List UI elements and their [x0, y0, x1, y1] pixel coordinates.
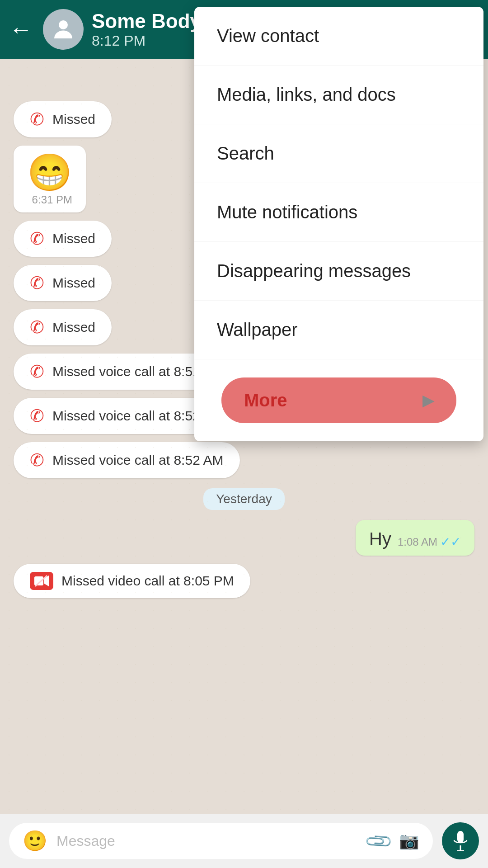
missed-call-text-2: Missed: [52, 231, 95, 246]
sent-text-hy: Hy: [369, 529, 391, 549]
back-button[interactable]: ←: [9, 16, 33, 43]
sent-message-hy: Hy 1:08 AM ✓✓: [356, 520, 474, 556]
menu-item-view-contact[interactable]: View contact: [194, 7, 483, 66]
missed-call-text-3: Missed: [52, 275, 95, 291]
menu-item-more[interactable]: More ▶: [221, 377, 456, 423]
mic-button[interactable]: [442, 822, 479, 859]
missed-call-text-1: Missed: [52, 112, 95, 127]
menu-item-wallpaper[interactable]: Wallpaper: [194, 301, 483, 359]
sent-time: 1:08 AM: [398, 536, 437, 548]
missed-video-icon: [30, 572, 53, 590]
missed-voice-icon-3: ✆: [30, 450, 44, 470]
missed-call-icon-3: ✆: [30, 273, 44, 293]
sent-meta: 1:08 AM ✓✓: [398, 534, 461, 549]
menu-item-disappearing[interactable]: Disappearing messages: [194, 242, 483, 301]
missed-call-bubble-3: ✆ Missed: [14, 265, 112, 301]
message-placeholder[interactable]: Message: [56, 833, 358, 849]
menu-label-mute: Mute notifications: [217, 202, 357, 222]
menu-item-search[interactable]: Search: [194, 124, 483, 183]
double-tick-icon: ✓✓: [440, 534, 461, 549]
emoji-picker-button[interactable]: 🙂: [23, 829, 47, 853]
menu-label-media: Media, links, and docs: [217, 85, 396, 105]
avatar[interactable]: [43, 9, 84, 50]
date-label-yesterday: Yesterday: [203, 488, 285, 510]
attachment-button[interactable]: 📎: [363, 826, 394, 857]
missed-voice-icon-2: ✆: [30, 406, 44, 426]
missed-voice-icon-1: ✆: [30, 362, 44, 382]
menu-label-search: Search: [217, 143, 274, 164]
message-input-container[interactable]: 🙂 Message 📎 📷: [9, 823, 433, 859]
missed-call-bubble-2: ✆ Missed: [14, 221, 112, 257]
svg-rect-4: [457, 831, 464, 843]
missed-call-text-4: Missed: [52, 320, 95, 335]
missed-call-icon-4: ✆: [30, 317, 44, 337]
missed-call-bubble-4: ✆ Missed: [14, 309, 112, 345]
emoji-time: 6:31 PM: [27, 193, 72, 206]
menu-item-media[interactable]: Media, links, and docs: [194, 66, 483, 124]
missed-video-text: Missed video call at 8:05 PM: [61, 573, 234, 589]
missed-call-icon-1: ✆: [30, 109, 44, 129]
camera-button[interactable]: 📷: [399, 831, 419, 850]
missed-call-icon-2: ✆: [30, 229, 44, 249]
context-menu[interactable]: View contact Media, links, and docs Sear…: [194, 7, 483, 441]
bottom-bar: 🙂 Message 📎 📷: [0, 814, 488, 868]
menu-label-wallpaper: Wallpaper: [217, 320, 298, 340]
missed-call-bubble-1: ✆ Missed: [14, 101, 112, 137]
missed-voice-text-3: Missed voice call at 8:52 AM: [52, 453, 224, 468]
menu-label-more: More: [244, 390, 287, 410]
more-wrapper: More ▶: [194, 359, 483, 441]
svg-point-0: [59, 20, 68, 29]
chevron-right-icon: ▶: [422, 392, 434, 409]
emoji-bubble: 😁 6:31 PM: [14, 146, 86, 212]
emoji-content: 😁: [27, 155, 72, 191]
menu-label-disappearing: Disappearing messages: [217, 261, 411, 281]
menu-item-mute[interactable]: Mute notifications: [194, 183, 483, 242]
missed-video-bubble: Missed video call at 8:05 PM: [14, 564, 250, 598]
missed-voice-3: ✆ Missed voice call at 8:52 AM: [14, 442, 240, 478]
menu-label-view-contact: View contact: [217, 26, 319, 46]
